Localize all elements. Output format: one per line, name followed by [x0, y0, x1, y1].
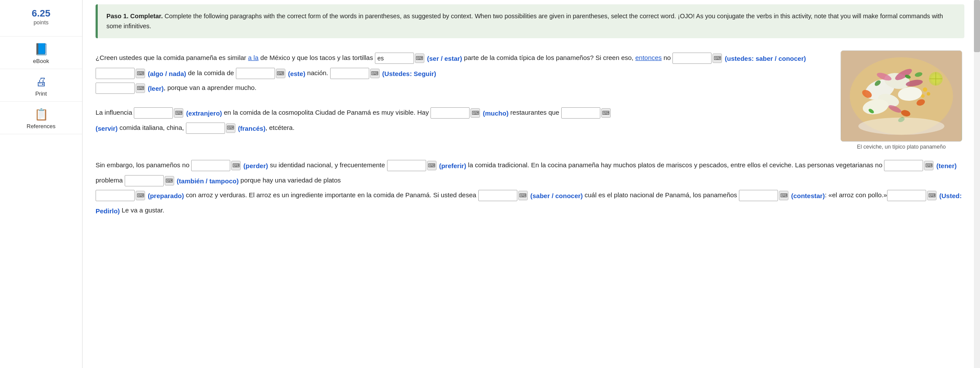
- p3-text2: su identidad nacional, y frecuentemente: [268, 161, 387, 169]
- p3-word7: (contestar): [789, 192, 825, 199]
- p3-text1: Sin embargo, los panameños no: [96, 161, 191, 169]
- p3-text9: Le va a gustar.: [120, 206, 165, 214]
- p3-input7[interactable]: [739, 190, 778, 201]
- p2-hint1[interactable]: ⌨: [174, 108, 183, 118]
- p1-word1: (ser / estar): [425, 55, 462, 62]
- p2-word2: (mucho): [481, 109, 508, 117]
- p3-hint7[interactable]: ⌨: [779, 191, 788, 200]
- p3-hint6[interactable]: ⌨: [518, 191, 528, 200]
- p3-hint5[interactable]: ⌨: [136, 191, 145, 200]
- p2-input3[interactable]: [561, 107, 600, 119]
- p1-input4[interactable]: [236, 68, 275, 79]
- p3-hint1[interactable]: ⌨: [231, 161, 241, 170]
- p1-input5[interactable]: [330, 68, 369, 79]
- scrollbar-thumb[interactable]: [974, 0, 980, 52]
- p1-hint2[interactable]: ⌨: [712, 53, 722, 63]
- p3-text4: problema: [96, 176, 125, 184]
- p3-input6[interactable]: [478, 190, 517, 201]
- p2-text5: , etcétera.: [265, 124, 295, 131]
- main-content: Paso 1. Completar. Complete the followin…: [83, 0, 980, 368]
- p3-word4: (también / tampoco): [175, 177, 239, 184]
- p3-input3[interactable]: [884, 160, 923, 171]
- image-block: El ceviche, un típico plato panameño: [838, 50, 964, 150]
- p2-input2[interactable]: [430, 107, 470, 119]
- p2-hint3[interactable]: ⌨: [601, 108, 611, 118]
- p3-hint4[interactable]: ⌨: [165, 176, 174, 186]
- sidebar-item-ebook[interactable]: 📘 eBook: [0, 36, 82, 69]
- score-label: points: [32, 19, 50, 26]
- p1-text5: de la comida de: [186, 69, 236, 76]
- p3-word1: (perder): [242, 162, 268, 169]
- p3-word3: (tener): [934, 162, 957, 169]
- scrollbar-track[interactable]: [974, 0, 980, 368]
- text-block: ¿Creen ustedes que la comida panameña es…: [96, 50, 830, 150]
- p3-input8[interactable]: [887, 190, 926, 201]
- p1-hint5[interactable]: ⌨: [370, 69, 380, 78]
- p1-text7: , porque van a aprender mucho.: [164, 84, 256, 91]
- instruction-bold: Paso 1. Completar.: [106, 13, 163, 20]
- p3-text6: con arroz y verduras. El arroz es un ing…: [184, 191, 478, 199]
- p3-input1[interactable]: [191, 160, 230, 171]
- sidebar-item-print[interactable]: 🖨 Print: [0, 69, 82, 101]
- p2-input4[interactable]: [186, 123, 225, 134]
- p1-hint4[interactable]: ⌨: [276, 69, 285, 78]
- p3-hint3[interactable]: ⌨: [924, 161, 934, 170]
- p1-text1: ¿Creen ustedes que la comida panameña es…: [96, 54, 248, 61]
- p1-hint1[interactable]: ⌨: [415, 53, 424, 63]
- p1-input1[interactable]: [375, 53, 414, 64]
- food-image: [841, 50, 962, 142]
- p1-text2: de México y que los tacos y las tortilla…: [258, 54, 375, 61]
- p1-hint3[interactable]: ⌨: [136, 69, 145, 78]
- p3-word6: (saber / conocer): [529, 192, 583, 199]
- references-icon: 📋: [34, 108, 48, 121]
- p3-input2[interactable]: [387, 160, 426, 171]
- ebook-icon: 📘: [34, 43, 48, 56]
- p1-word4: (este): [286, 70, 305, 77]
- p3-text3: la comida tradicional. En la cocina pana…: [466, 161, 884, 169]
- paragraph-2: La influencia ⌨ (extranjero) en la comid…: [96, 105, 830, 135]
- p2-word3: (servir): [96, 124, 118, 132]
- score-value: 6.25: [32, 8, 50, 19]
- sidebar-item-references[interactable]: 📋 References: [0, 101, 82, 134]
- p3-word2: (preferir): [437, 162, 467, 169]
- print-icon: 🖨: [36, 75, 47, 89]
- p1-link1[interactable]: a la: [248, 54, 258, 61]
- print-label: Print: [35, 90, 47, 97]
- p1-text6: nación.: [305, 69, 330, 76]
- p2-hint2[interactable]: ⌨: [470, 108, 480, 118]
- p3-input5[interactable]: [96, 190, 135, 201]
- p2-text1: La influencia: [96, 109, 134, 116]
- p2-input1[interactable]: [134, 107, 173, 119]
- p1-hint6[interactable]: ⌨: [136, 83, 145, 93]
- p1-link2[interactable]: entonces: [635, 54, 662, 61]
- instruction-text: Complete the following paragraphs with t…: [106, 13, 943, 30]
- p2-word4: (francés): [236, 124, 266, 132]
- p3-text8: : «el arroz con pollo.»: [825, 191, 887, 199]
- p1-word6: (leer): [146, 85, 164, 92]
- p2-text4: comida italiana, china,: [118, 124, 186, 131]
- p1-input2[interactable]: [672, 53, 712, 64]
- sidebar: 6.25 points 📘 eBook 🖨 Print 📋 References: [0, 0, 83, 368]
- p1-word3: (algo / nada): [146, 70, 186, 77]
- p1-input3[interactable]: [96, 68, 135, 79]
- p2-text3: restaurantes que: [509, 109, 561, 116]
- p2-word1: (extranjero): [184, 109, 222, 117]
- p1-word2: (ustedes: saber / conocer): [723, 55, 806, 62]
- ebook-label: eBook: [33, 58, 49, 64]
- p3-input4[interactable]: [125, 175, 164, 186]
- p1-input6[interactable]: [96, 83, 135, 94]
- p3-hint8[interactable]: ⌨: [927, 191, 937, 200]
- p1-text4: no: [662, 54, 672, 61]
- p3-hint2[interactable]: ⌨: [427, 161, 437, 170]
- paragraph-1: ¿Creen ustedes que la comida panameña es…: [96, 50, 830, 96]
- p3-text7: cuál es el plato nacional de Panamá, los…: [583, 191, 739, 199]
- p3-text5: porque hay una variedad de platos: [238, 176, 341, 184]
- instruction-box: Paso 1. Completar. Complete the followin…: [96, 4, 964, 38]
- content-row: ¿Creen ustedes que la comida panameña es…: [96, 50, 964, 150]
- image-caption: El ceviche, un típico plato panameño: [857, 144, 946, 150]
- references-label: References: [26, 123, 55, 129]
- score-block: 6.25 points: [32, 8, 50, 26]
- svg-point-22: [858, 118, 944, 135]
- p1-word5: (Ustedes: Seguir): [381, 70, 436, 77]
- p2-hint4[interactable]: ⌨: [226, 123, 235, 133]
